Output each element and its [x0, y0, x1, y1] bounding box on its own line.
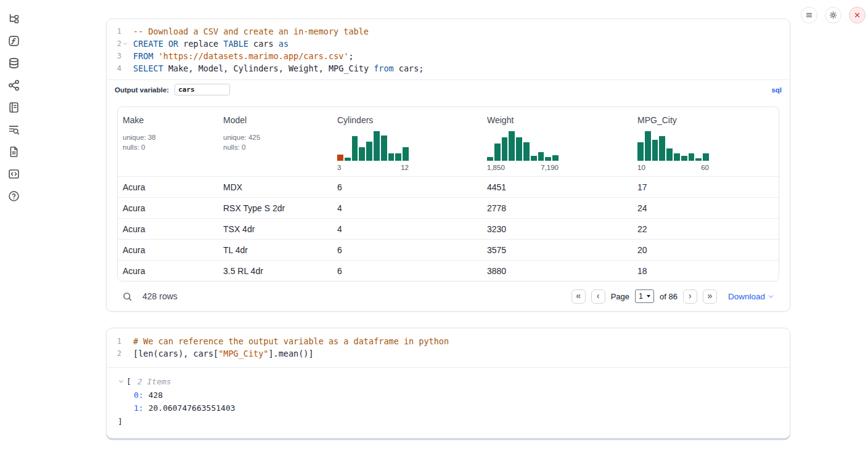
- page-label: Page: [611, 292, 629, 301]
- histogram-bar: [637, 142, 644, 161]
- table-header: Makeunique: 38nulls: 0Modelunique: 425nu…: [118, 107, 779, 176]
- column-header-weight[interactable]: Weight1,8507,190: [482, 107, 633, 176]
- table-row: AcuraTL 4dr6357520: [118, 239, 779, 260]
- sql-code-editor[interactable]: 1-- Download a CSV and create an in-memo…: [107, 19, 790, 79]
- page-select[interactable]: 1: [635, 289, 654, 303]
- histogram-bar: [645, 131, 651, 161]
- table-row: AcuraMDX6445117: [118, 176, 779, 197]
- code-line: 1# We can reference the output variable …: [107, 335, 790, 347]
- column-stats: unique: 425nulls: 0: [223, 132, 327, 152]
- histogram-bar: [695, 158, 702, 161]
- search-icon[interactable]: [122, 291, 133, 302]
- download-label: Download: [728, 292, 765, 301]
- line-number: 1: [107, 25, 121, 38]
- tree-entries: 0:4281:20.060747663551403: [118, 389, 779, 415]
- histogram-bar: [395, 153, 401, 161]
- line-number: 3: [107, 50, 121, 62]
- sidebar-item-snippets[interactable]: [7, 168, 20, 180]
- table-cell: Acura: [118, 198, 218, 218]
- last-page-button[interactable]: »: [703, 289, 717, 304]
- table-cell: 22: [633, 219, 779, 239]
- fold-toggle-icon[interactable]: [122, 41, 129, 47]
- code-line: 2[len(cars), cars["MPG_City"].mean()]: [107, 347, 790, 360]
- output-variable-row: Output variable: sql: [107, 79, 790, 99]
- column-header-make[interactable]: Makeunique: 38nulls: 0: [118, 107, 218, 176]
- sidebar-item-datasources[interactable]: [7, 57, 20, 70]
- table-cell: 18: [633, 261, 779, 281]
- table-cell: 3.5 RL 4dr: [218, 261, 332, 281]
- table-cell: RSX Type S 2dr: [218, 198, 332, 218]
- histogram-bar: [531, 156, 537, 161]
- table-cell: Acura: [118, 177, 218, 197]
- close-bracket: ]: [118, 415, 123, 429]
- histogram-bar: [502, 137, 508, 161]
- shutdown-button[interactable]: [849, 7, 866, 23]
- download-button[interactable]: Download: [728, 292, 774, 301]
- table-cell: 2778: [482, 198, 633, 218]
- marimo-notebook: 1-- Download a CSV and create an in-memo…: [0, 0, 868, 449]
- sidebar-item-logs[interactable]: [7, 123, 20, 136]
- output-variable-input[interactable]: [174, 84, 230, 95]
- table-cell: 17: [633, 177, 779, 197]
- output-variable-label: Output variable:: [115, 86, 169, 94]
- page-select-value: 1: [639, 292, 643, 301]
- table-row: Acura3.5 RL 4dr6388018: [118, 260, 779, 281]
- table-cell: 3230: [482, 219, 633, 239]
- table-cell: 4: [332, 219, 482, 239]
- histogram-bar: [545, 157, 551, 161]
- sidebar-item-documentation[interactable]: [7, 145, 20, 158]
- sidebar-item-help[interactable]: [7, 190, 20, 203]
- sidebar-item-file-explorer[interactable]: [7, 12, 20, 25]
- histogram-bar: [388, 153, 395, 161]
- prev-page-button[interactable]: ‹: [591, 289, 605, 304]
- line-number: 2: [107, 347, 121, 360]
- histogram-bar: [359, 147, 365, 161]
- histogram-bar: [523, 142, 530, 161]
- tree-value: 20.060747663551403: [149, 402, 235, 415]
- python-code-editor[interactable]: 1# We can reference the output variable …: [107, 328, 790, 368]
- column-header-cylinders[interactable]: Cylinders312: [332, 107, 482, 176]
- table-cell: MDX: [218, 177, 332, 197]
- open-bracket: [: [126, 375, 131, 389]
- table-cell: 3880: [482, 261, 633, 281]
- table-cell: 6: [332, 177, 482, 197]
- column-name: Weight: [487, 115, 628, 125]
- first-page-button[interactable]: «: [571, 289, 586, 304]
- next-page-button[interactable]: ›: [683, 289, 697, 304]
- table-cell: Acura: [118, 219, 218, 239]
- settings-button[interactable]: [825, 7, 841, 23]
- row-count: 428 rows: [142, 291, 178, 301]
- histogram-bar: [494, 144, 501, 161]
- sidebar-item-dependency-graph[interactable]: [7, 79, 20, 92]
- code-line: 3FROM 'https://datasets.marimo.app/cars.…: [107, 50, 790, 62]
- table-cell: 4: [332, 198, 482, 218]
- table-cell: Acura: [118, 240, 218, 260]
- data-table: Makeunique: 38nulls: 0Modelunique: 425nu…: [117, 107, 779, 281]
- column-name: Cylinders: [337, 115, 477, 125]
- column-header-mpg_city[interactable]: MPG_City1060: [633, 107, 779, 176]
- histogram-bar: [374, 131, 380, 161]
- sidebar-item-variables[interactable]: [7, 34, 20, 47]
- column-name: Make: [123, 115, 213, 125]
- histogram-bar: [352, 136, 358, 161]
- table-cell: 24: [633, 198, 779, 218]
- table-cell: TSX 4dr: [218, 219, 332, 239]
- sql-table-output: Makeunique: 38nulls: 0Modelunique: 425nu…: [107, 99, 790, 311]
- column-name: MPG_City: [637, 115, 774, 125]
- tree-root-line: [ 2 Items: [118, 375, 779, 389]
- column-header-model[interactable]: Modelunique: 425nulls: 0: [218, 107, 332, 176]
- page-total: of 86: [660, 292, 678, 301]
- tree-key: 1:: [134, 402, 144, 415]
- notebook-menu-button[interactable]: [801, 7, 817, 23]
- table-row: AcuraTSX 4dr4323022: [118, 218, 779, 239]
- histogram-bar: [345, 158, 351, 161]
- histogram-mpg_city: 1060: [637, 127, 709, 171]
- python-cell: 1# We can reference the output variable …: [106, 328, 790, 439]
- sidebar-item-scratchpad[interactable]: [7, 101, 20, 114]
- table-body: AcuraMDX6445117AcuraRSX Type S 2dr427782…: [118, 176, 779, 281]
- code-line: 4SELECT Make, Model, Cylinders, Weight, …: [107, 62, 790, 75]
- pagination: « ‹ Page 1 of 86 › »: [571, 289, 717, 304]
- collapse-icon[interactable]: [118, 378, 125, 385]
- histogram-bar: [552, 155, 559, 161]
- line-number: 4: [107, 62, 121, 75]
